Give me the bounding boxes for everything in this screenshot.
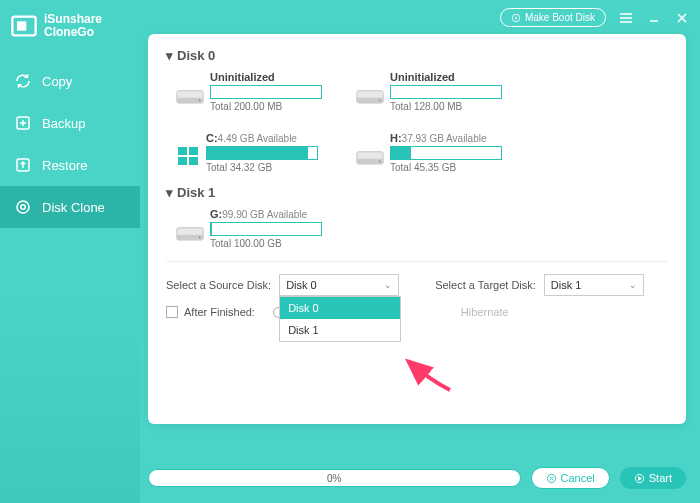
play-icon — [634, 473, 645, 484]
svg-rect-17 — [189, 157, 198, 165]
partition-title: Uninitialized — [210, 71, 326, 83]
logo-line2: CloneGo — [44, 26, 102, 39]
svg-point-10 — [199, 100, 201, 102]
partition-total: Total 200.00 MB — [210, 101, 326, 112]
partition[interactable]: C:4.49 GB AvailableTotal 34.32 GB — [176, 132, 326, 173]
make-boot-disk-button[interactable]: Make Boot Disk — [500, 8, 606, 27]
usage-bar — [210, 222, 322, 236]
svg-rect-15 — [189, 147, 198, 155]
after-finished-label: After Finished: — [184, 306, 255, 318]
source-disk-dropdown: Disk 0 Disk 1 — [279, 296, 401, 342]
hibernate-label: Hibernate — [461, 306, 509, 318]
drive-icon — [356, 85, 384, 107]
chevron-down-icon: ⌄ — [384, 280, 392, 290]
partition-total: Total 34.32 GB — [206, 162, 326, 173]
hamburger-icon — [619, 12, 633, 24]
svg-point-23 — [199, 237, 201, 239]
main-panel: ▾Disk 0 UninitializedTotal 200.00 MBUnin… — [148, 34, 686, 424]
after-finished-checkbox[interactable] — [166, 306, 178, 318]
progress-bar: 0% — [148, 469, 521, 487]
usage-bar — [206, 146, 318, 160]
partition-title: C:4.49 GB Available — [206, 132, 326, 144]
svg-point-20 — [379, 161, 381, 163]
partition[interactable]: G:99.90 GB AvailableTotal 100.00 GB — [176, 208, 326, 249]
svg-point-7 — [515, 17, 517, 19]
refresh-icon — [14, 72, 32, 90]
target-disk-label: Select a Target Disk: — [435, 279, 536, 291]
backup-icon — [14, 114, 32, 132]
source-disk-label: Select a Source Disk: — [166, 279, 271, 291]
usage-bar — [210, 85, 322, 99]
drive-icon — [176, 85, 204, 107]
disk0-header[interactable]: ▾Disk 0 — [166, 48, 668, 63]
svg-point-6 — [512, 14, 520, 22]
partition-total: Total 45.35 GB — [390, 162, 506, 173]
source-disk-select[interactable]: Disk 0⌄ Disk 0 Disk 1 — [279, 274, 399, 296]
nav-disk-clone[interactable]: Disk Clone — [0, 186, 140, 228]
windows-icon — [176, 144, 200, 168]
svg-rect-16 — [178, 157, 187, 165]
restore-icon — [14, 156, 32, 174]
disk1-header[interactable]: ▾Disk 1 — [166, 185, 668, 200]
partition[interactable]: UninitializedTotal 200.00 MB — [176, 71, 326, 112]
minimize-icon — [648, 12, 660, 24]
chevron-down-icon: ▾ — [166, 185, 173, 200]
usage-bar — [390, 85, 502, 99]
chevron-down-icon: ⌄ — [629, 280, 637, 290]
drive-icon — [176, 222, 204, 244]
target-disk-select[interactable]: Disk 1⌄ — [544, 274, 644, 296]
cancel-icon — [546, 473, 557, 484]
chevron-down-icon: ▾ — [166, 48, 173, 63]
partition[interactable]: H:37.93 GB AvailableTotal 45.35 GB — [356, 132, 506, 173]
partition-total: Total 128.00 MB — [390, 101, 506, 112]
svg-point-13 — [379, 100, 381, 102]
nav-copy[interactable]: Copy — [0, 60, 140, 102]
partition[interactable]: UninitializedTotal 128.00 MB — [356, 71, 506, 112]
usage-bar — [390, 146, 502, 160]
dropdown-option-disk0[interactable]: Disk 0 — [280, 297, 400, 319]
partition-title: G:99.90 GB Available — [210, 208, 326, 220]
svg-point-4 — [17, 201, 29, 213]
svg-point-5 — [21, 205, 26, 210]
minimize-button[interactable] — [646, 10, 662, 26]
svg-rect-14 — [178, 147, 187, 155]
close-button[interactable] — [674, 10, 690, 26]
cancel-button[interactable]: Cancel — [531, 467, 610, 489]
disc-icon — [511, 13, 521, 23]
nav-restore[interactable]: Restore — [0, 144, 140, 186]
partition-title: Uninitialized — [390, 71, 506, 83]
svg-rect-1 — [17, 21, 26, 30]
dropdown-option-disk1[interactable]: Disk 1 — [280, 319, 400, 341]
close-icon — [676, 12, 688, 24]
clone-icon — [14, 198, 32, 216]
nav-backup[interactable]: Backup — [0, 102, 140, 144]
drive-icon — [356, 146, 384, 168]
clonego-icon — [10, 12, 38, 40]
menu-button[interactable] — [618, 10, 634, 26]
app-logo: iSunshareCloneGo — [0, 0, 140, 52]
start-button[interactable]: Start — [620, 467, 686, 489]
divider — [166, 261, 668, 262]
partition-total: Total 100.00 GB — [210, 238, 326, 249]
partition-title: H:37.93 GB Available — [390, 132, 506, 144]
